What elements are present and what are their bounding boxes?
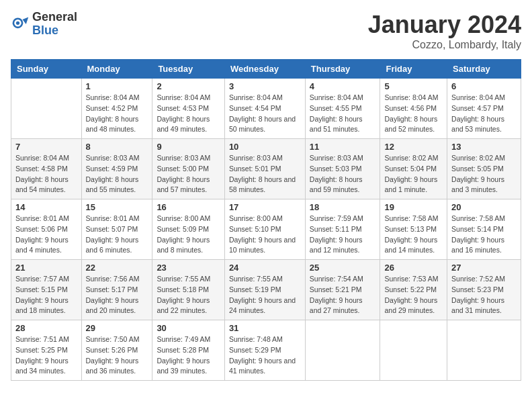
- day-info: Sunrise: 8:03 AM Sunset: 5:01 PM Dayligh…: [229, 153, 301, 195]
- day-info: Sunrise: 8:04 AM Sunset: 4:53 PM Dayligh…: [157, 93, 220, 135]
- calendar-cell: 18Sunrise: 7:59 AM Sunset: 5:11 PM Dayli…: [305, 199, 380, 260]
- day-info: Sunrise: 8:04 AM Sunset: 4:57 PM Dayligh…: [451, 93, 517, 135]
- calendar-week-row: 28Sunrise: 7:51 AM Sunset: 5:25 PM Dayli…: [11, 320, 521, 381]
- day-number: 20: [451, 202, 517, 212]
- calendar-cell: 29Sunrise: 7:50 AM Sunset: 5:26 PM Dayli…: [81, 320, 152, 381]
- day-info: Sunrise: 8:00 AM Sunset: 5:10 PM Dayligh…: [229, 214, 301, 256]
- calendar-cell: 9Sunrise: 8:03 AM Sunset: 5:00 PM Daylig…: [152, 139, 224, 199]
- day-number: 22: [86, 263, 148, 273]
- svg-point-2: [16, 21, 19, 24]
- day-info: Sunrise: 8:01 AM Sunset: 5:06 PM Dayligh…: [15, 214, 77, 256]
- logo-icon: [11, 15, 30, 34]
- calendar-cell: 5Sunrise: 8:04 AM Sunset: 4:56 PM Daylig…: [380, 79, 447, 139]
- calendar-cell: [447, 320, 521, 381]
- calendar-cell: 12Sunrise: 8:02 AM Sunset: 5:04 PM Dayli…: [380, 139, 447, 199]
- day-info: Sunrise: 8:02 AM Sunset: 5:04 PM Dayligh…: [384, 153, 443, 195]
- calendar-cell: [380, 320, 447, 381]
- calendar-cell: 21Sunrise: 7:57 AM Sunset: 5:15 PM Dayli…: [11, 260, 82, 320]
- calendar-week-row: 14Sunrise: 8:01 AM Sunset: 5:06 PM Dayli…: [11, 199, 521, 260]
- day-number: 10: [229, 142, 301, 152]
- day-info: Sunrise: 8:01 AM Sunset: 5:07 PM Dayligh…: [86, 214, 148, 256]
- day-number: 21: [15, 263, 77, 273]
- day-number: 17: [229, 202, 301, 212]
- calendar-cell: 19Sunrise: 7:58 AM Sunset: 5:13 PM Dayli…: [380, 199, 447, 260]
- calendar-cell: 20Sunrise: 7:58 AM Sunset: 5:14 PM Dayli…: [447, 199, 521, 260]
- logo-general-text: General: [32, 11, 77, 24]
- day-number: 8: [86, 142, 148, 152]
- day-info: Sunrise: 7:55 AM Sunset: 5:18 PM Dayligh…: [157, 274, 220, 316]
- calendar-cell: 4Sunrise: 8:04 AM Sunset: 4:55 PM Daylig…: [305, 79, 380, 139]
- day-number: 31: [229, 323, 301, 333]
- day-info: Sunrise: 8:03 AM Sunset: 5:03 PM Dayligh…: [310, 153, 376, 195]
- day-info: Sunrise: 7:54 AM Sunset: 5:21 PM Dayligh…: [310, 274, 376, 316]
- day-number: 19: [384, 202, 443, 212]
- weekday-header-thursday: Thursday: [305, 60, 380, 79]
- day-number: 30: [157, 323, 220, 333]
- day-info: Sunrise: 7:56 AM Sunset: 5:17 PM Dayligh…: [86, 274, 148, 316]
- month-title: January 2024: [368, 11, 521, 39]
- day-number: 14: [15, 202, 77, 212]
- day-number: 4: [310, 81, 376, 91]
- day-number: 2: [157, 81, 220, 91]
- svg-marker-3: [23, 17, 29, 24]
- title-area: January 2024 Cozzo, Lombardy, Italy: [368, 11, 521, 51]
- day-number: 11: [310, 142, 376, 152]
- day-number: 25: [310, 263, 376, 273]
- calendar-cell: 22Sunrise: 7:56 AM Sunset: 5:17 PM Dayli…: [81, 260, 152, 320]
- calendar-cell: 13Sunrise: 8:02 AM Sunset: 5:05 PM Dayli…: [447, 139, 521, 199]
- calendar-cell: 26Sunrise: 7:53 AM Sunset: 5:22 PM Dayli…: [380, 260, 447, 320]
- calendar-cell: 7Sunrise: 8:04 AM Sunset: 4:58 PM Daylig…: [11, 139, 82, 199]
- day-info: Sunrise: 7:52 AM Sunset: 5:23 PM Dayligh…: [451, 274, 517, 316]
- calendar-cell: 16Sunrise: 8:00 AM Sunset: 5:09 PM Dayli…: [152, 199, 224, 260]
- day-info: Sunrise: 7:53 AM Sunset: 5:22 PM Dayligh…: [384, 274, 443, 316]
- weekday-header-tuesday: Tuesday: [152, 60, 224, 79]
- logo: General Blue: [11, 11, 77, 38]
- day-number: 27: [451, 263, 517, 273]
- day-info: Sunrise: 8:04 AM Sunset: 4:54 PM Dayligh…: [229, 93, 301, 135]
- calendar-cell: 14Sunrise: 8:01 AM Sunset: 5:06 PM Dayli…: [11, 199, 82, 260]
- weekday-header-wednesday: Wednesday: [224, 60, 305, 79]
- day-info: Sunrise: 8:04 AM Sunset: 4:56 PM Dayligh…: [384, 93, 443, 135]
- calendar-cell: 3Sunrise: 8:04 AM Sunset: 4:54 PM Daylig…: [224, 79, 305, 139]
- calendar-cell: 31Sunrise: 7:48 AM Sunset: 5:29 PM Dayli…: [224, 320, 305, 381]
- calendar-week-row: 7Sunrise: 8:04 AM Sunset: 4:58 PM Daylig…: [11, 139, 521, 199]
- day-number: 29: [86, 323, 148, 333]
- day-number: 1: [86, 81, 148, 91]
- calendar-week-row: 21Sunrise: 7:57 AM Sunset: 5:15 PM Dayli…: [11, 260, 521, 320]
- day-info: Sunrise: 8:03 AM Sunset: 5:00 PM Dayligh…: [157, 153, 220, 195]
- calendar-cell: [11, 79, 82, 139]
- day-info: Sunrise: 7:58 AM Sunset: 5:14 PM Dayligh…: [451, 214, 517, 256]
- day-info: Sunrise: 7:51 AM Sunset: 5:25 PM Dayligh…: [15, 334, 77, 377]
- day-number: 7: [15, 142, 77, 152]
- calendar-cell: 17Sunrise: 8:00 AM Sunset: 5:10 PM Dayli…: [224, 199, 305, 260]
- day-info: Sunrise: 7:59 AM Sunset: 5:11 PM Dayligh…: [310, 214, 376, 256]
- calendar-cell: 10Sunrise: 8:03 AM Sunset: 5:01 PM Dayli…: [224, 139, 305, 199]
- day-number: 15: [86, 202, 148, 212]
- day-number: 6: [451, 81, 517, 91]
- weekday-header-row: SundayMondayTuesdayWednesdayThursdayFrid…: [11, 60, 521, 79]
- day-info: Sunrise: 8:04 AM Sunset: 4:55 PM Dayligh…: [310, 93, 376, 135]
- weekday-header-friday: Friday: [380, 60, 447, 79]
- day-number: 5: [384, 81, 443, 91]
- day-number: 3: [229, 81, 301, 91]
- day-info: Sunrise: 7:48 AM Sunset: 5:29 PM Dayligh…: [229, 334, 301, 377]
- day-number: 16: [157, 202, 220, 212]
- day-info: Sunrise: 8:02 AM Sunset: 5:05 PM Dayligh…: [451, 153, 517, 195]
- calendar-cell: 23Sunrise: 7:55 AM Sunset: 5:18 PM Dayli…: [152, 260, 224, 320]
- calendar-cell: 1Sunrise: 8:04 AM Sunset: 4:52 PM Daylig…: [81, 79, 152, 139]
- day-number: 28: [15, 323, 77, 333]
- day-info: Sunrise: 8:04 AM Sunset: 4:52 PM Dayligh…: [86, 93, 148, 135]
- day-info: Sunrise: 7:55 AM Sunset: 5:19 PM Dayligh…: [229, 274, 301, 316]
- calendar-cell: [305, 320, 380, 381]
- calendar-cell: 30Sunrise: 7:49 AM Sunset: 5:28 PM Dayli…: [152, 320, 224, 381]
- day-number: 26: [384, 263, 443, 273]
- location: Cozzo, Lombardy, Italy: [368, 39, 521, 51]
- day-number: 18: [310, 202, 376, 212]
- calendar-cell: 2Sunrise: 8:04 AM Sunset: 4:53 PM Daylig…: [152, 79, 224, 139]
- day-number: 12: [384, 142, 443, 152]
- calendar-cell: 6Sunrise: 8:04 AM Sunset: 4:57 PM Daylig…: [447, 79, 521, 139]
- calendar-cell: 28Sunrise: 7:51 AM Sunset: 5:25 PM Dayli…: [11, 320, 82, 381]
- day-info: Sunrise: 8:03 AM Sunset: 4:59 PM Dayligh…: [86, 153, 148, 195]
- day-info: Sunrise: 8:04 AM Sunset: 4:58 PM Dayligh…: [15, 153, 77, 195]
- day-number: 9: [157, 142, 220, 152]
